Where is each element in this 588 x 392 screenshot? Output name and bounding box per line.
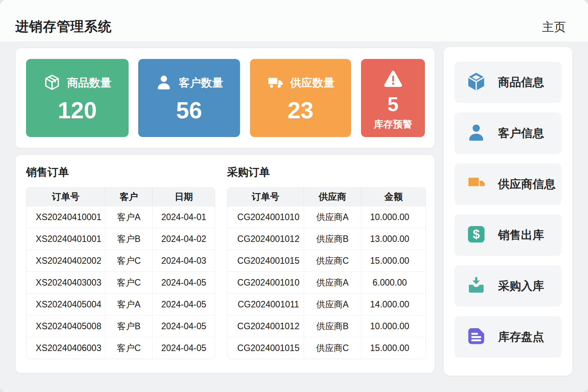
page-title: 进销存管理系统 <box>15 18 112 36</box>
order-no-cell: XS20240401001 <box>26 228 105 250</box>
truck-icon <box>266 74 284 93</box>
app-window: 进销存管理系统 主页 商品数量 120 <box>0 0 588 392</box>
warning-icon <box>382 59 404 92</box>
sidebar-item-products[interactable]: 商品信息 <box>454 62 562 103</box>
order-no-cell: CG2024001010 <box>227 206 304 228</box>
sidebar: 商品信息 客户信息 <box>443 47 573 376</box>
dollar-icon: $ <box>466 224 487 246</box>
order-no-header: 订单号 <box>26 188 105 206</box>
stat-label: 库存预警 <box>374 118 412 131</box>
order-no-cell: XS20240410001 <box>26 206 105 228</box>
table-row: XS20240403003 客户C 2024-04-05 <box>26 271 215 293</box>
amount-cell: 15.000.00 <box>361 250 426 271</box>
table-header-row: 订单号 客户 日期 <box>26 188 215 206</box>
order-no-cell: CG2024001010 <box>227 271 304 293</box>
customer-cell: 客户A <box>105 293 153 315</box>
sidebar-item-purchase-inbound[interactable]: 采购入库 <box>454 265 562 307</box>
table-row: CG2024001011 供应商A 14.000.00 <box>227 293 426 315</box>
box-icon <box>43 74 61 93</box>
customer-cell: 客户B <box>105 315 153 337</box>
customer-header: 客户 <box>105 188 153 206</box>
supplier-cell: 供应商B <box>304 228 361 250</box>
date-cell: 2024-04-02 <box>153 228 215 250</box>
stat-card-suppliers: 供应数量 23 <box>250 59 351 137</box>
order-no-cell: XS20240403003 <box>26 271 105 293</box>
order-no-header: 订单号 <box>227 188 304 206</box>
table-header-row: 订单号 供应商 金额 <box>227 188 426 206</box>
supplier-cell: 供应商A <box>304 271 361 293</box>
sidebar-item-label: 采购入库 <box>498 278 544 294</box>
stat-value: 56 <box>138 99 240 122</box>
amount-header: 金额 <box>361 188 426 206</box>
customer-cell: 客户C <box>105 271 153 293</box>
table-row: XS20240405004 客户A 2024-04-05 <box>26 293 215 315</box>
purchase-orders-title: 采购订单 <box>227 165 270 180</box>
table-row: CG2024001012 供应商B 10.000.00 <box>227 315 426 337</box>
supplier-cell: 供应商B <box>304 315 361 337</box>
sidebar-item-label: 销售出库 <box>498 227 544 243</box>
stat-card-customers: 客户数量 56 <box>138 59 240 137</box>
supplier-cell: 供应商C <box>304 250 361 271</box>
supplier-header: 供应商 <box>304 188 361 206</box>
sales-orders-title: 销售订单 <box>26 165 69 180</box>
stat-card-products: 商品数量 120 <box>26 59 129 137</box>
stat-label: 商品数量 <box>67 75 111 91</box>
supplier-cell: 供应商A <box>304 206 361 228</box>
order-no-cell: XS20240405008 <box>26 315 105 337</box>
table-row: XS20240410001 客户A 2024-04-01 <box>26 206 215 228</box>
stat-label: 客户数量 <box>179 75 223 91</box>
sidebar-item-label: 库存盘点 <box>498 329 544 345</box>
sidebar-item-stocktake[interactable]: 库存盘点 <box>454 316 562 358</box>
table-row: XS20240402002 客户C 2024-04-03 <box>26 250 215 271</box>
order-no-cell: XS20240402002 <box>26 250 105 271</box>
date-cell: 2024-04-05 <box>153 293 215 315</box>
stats-panel: 商品数量 120 客户数量 56 <box>15 48 435 148</box>
amount-cell: 10.000.00 <box>361 315 426 337</box>
amount-cell: 6.000.00 <box>361 271 426 293</box>
box-icon <box>466 71 487 93</box>
amount-cell: 10.000.00 <box>361 206 426 228</box>
order-no-cell: CG2024001015 <box>227 337 304 359</box>
orders-panel: 销售订单 采购订单 订单号 客户 日期 XS20240410001 客户A 20… <box>15 155 435 373</box>
stat-value: 23 <box>250 99 351 122</box>
amount-cell: 14.000.00 <box>361 293 426 315</box>
sidebar-item-suppliers[interactable]: 供应商信息 <box>454 163 562 205</box>
table-row: XS20240401001 客户B 2024-04-02 <box>26 228 215 250</box>
table-row: XS20240406003 客户C 2024-04-05 <box>26 337 215 359</box>
amount-cell: 13.000.00 <box>361 228 426 250</box>
table-row: CG2024001010 供应商A 6.000.00 <box>227 271 426 293</box>
sidebar-item-label: 商品信息 <box>498 75 544 90</box>
date-cell: 2024-04-01 <box>153 206 215 228</box>
stat-card-stock-alert: 5 库存预警 <box>361 59 425 137</box>
amount-cell: 15.000.00 <box>361 337 426 359</box>
date-header: 日期 <box>153 188 215 206</box>
date-cell: 2024-04-05 <box>153 337 215 359</box>
svg-text:$: $ <box>473 227 480 241</box>
purchase-orders-table: 订单号 供应商 金额 CG2024001010 供应商A 10.000.00 C… <box>227 187 426 359</box>
truck-icon <box>466 173 487 195</box>
home-link[interactable]: 主页 <box>542 19 566 35</box>
date-cell: 2024-04-05 <box>153 271 215 293</box>
order-no-cell: CG2024001011 <box>227 293 304 315</box>
sidebar-item-sales-outbound[interactable]: $ 销售出库 <box>454 214 562 256</box>
date-cell: 2024-04-03 <box>153 250 215 271</box>
sidebar-item-customers[interactable]: 客户信息 <box>454 113 562 154</box>
order-no-cell: CG2024001012 <box>227 315 304 337</box>
order-no-cell: XS20240406003 <box>26 337 105 359</box>
order-no-cell: CG2024001012 <box>227 228 304 250</box>
order-no-cell: CG2024001015 <box>227 250 304 271</box>
customer-cell: 客户C <box>105 337 153 359</box>
table-row: CG2024001015 供应商C 15.000.00 <box>227 337 426 359</box>
customer-cell: 客户A <box>105 206 153 228</box>
table-row: CG2024001015 供应商C 15.000.00 <box>227 250 426 271</box>
date-cell: 2024-04-05 <box>153 315 215 337</box>
sales-orders-table: 订单号 客户 日期 XS20240410001 客户A 2024-04-01 X… <box>26 187 215 359</box>
table-row: XS20240405008 客户B 2024-04-05 <box>26 315 215 337</box>
sidebar-item-label: 客户信息 <box>498 126 544 141</box>
order-no-cell: XS20240405004 <box>26 293 105 315</box>
table-row: CG2024001012 供应商B 13.000.00 <box>227 228 426 250</box>
stat-value: 5 <box>387 94 399 114</box>
stat-value: 120 <box>26 99 129 122</box>
customer-cell: 客户C <box>105 250 153 271</box>
table-row: CG2024001010 供应商A 10.000.00 <box>227 206 426 228</box>
